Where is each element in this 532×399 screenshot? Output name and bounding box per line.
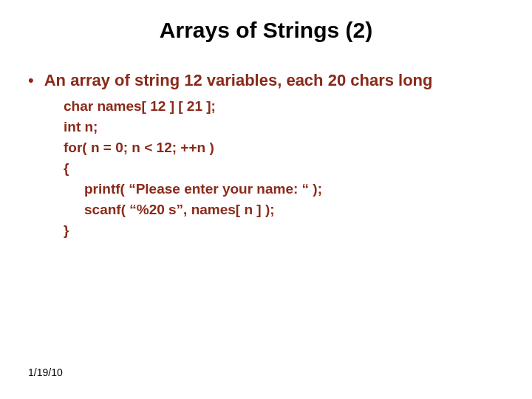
code-line: { <box>64 158 532 179</box>
bullet-item: • An array of string 12 variables, each … <box>0 71 532 90</box>
slide-title: Arrays of Strings (2) <box>0 0 532 71</box>
code-line: for( n = 0; n < 12; ++n ) <box>64 137 532 158</box>
code-line: char names[ 12 ] [ 21 ]; <box>64 96 532 117</box>
footer-date: 1/19/10 <box>28 366 63 378</box>
code-line: } <box>64 220 532 241</box>
bullet-text: An array of string 12 variables, each 20… <box>44 71 433 90</box>
code-line: printf( “Please enter your name: “ ); <box>64 179 532 200</box>
code-line: scanf( “%20 s”, names[ n ] ); <box>64 200 532 220</box>
code-line: int n; <box>64 117 532 137</box>
bullet-icon: • <box>28 72 34 89</box>
code-block: char names[ 12 ] [ 21 ]; int n; for( n =… <box>0 90 532 241</box>
